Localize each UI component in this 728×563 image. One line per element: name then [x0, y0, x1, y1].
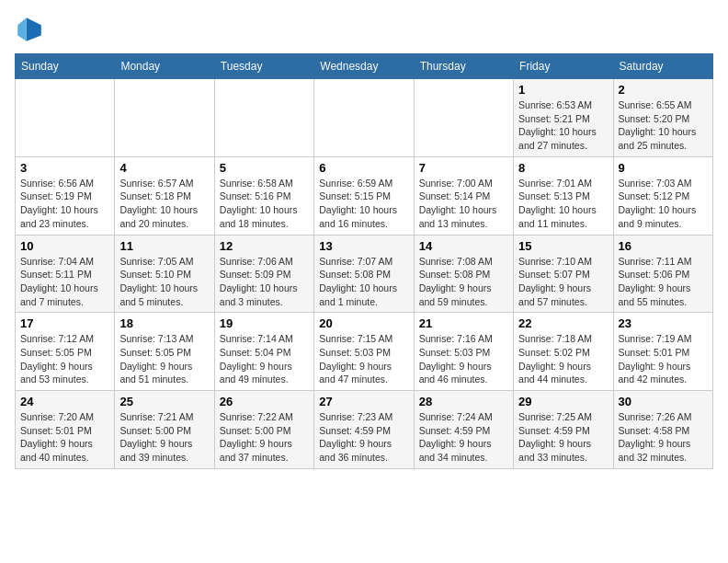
calendar-week-4: 24Sunrise: 7:20 AM Sunset: 5:01 PM Dayli… — [16, 391, 713, 469]
day-info: Sunrise: 7:07 AM Sunset: 5:08 PM Dayligh… — [319, 255, 408, 309]
day-number: 28 — [419, 395, 508, 408]
day-number: 20 — [319, 316, 408, 330]
day-info: Sunrise: 7:18 AM Sunset: 5:02 PM Dayligh… — [518, 332, 608, 386]
calendar-cell: 15Sunrise: 7:10 AM Sunset: 5:07 PM Dayli… — [514, 235, 613, 313]
day-number: 21 — [419, 316, 508, 330]
day-info: Sunrise: 7:15 AM Sunset: 5:03 PM Dayligh… — [319, 332, 408, 386]
day-info: Sunrise: 7:05 AM Sunset: 5:10 PM Dayligh… — [119, 255, 209, 309]
day-number: 6 — [319, 161, 408, 175]
day-info: Sunrise: 6:56 AM Sunset: 5:19 PM Dayligh… — [20, 177, 109, 231]
day-number: 8 — [518, 161, 608, 175]
calendar-cell — [214, 79, 313, 157]
weekday-header-tuesday: Tuesday — [214, 54, 313, 79]
calendar-cell: 21Sunrise: 7:16 AM Sunset: 5:03 PM Dayli… — [414, 313, 513, 391]
calendar-cell: 28Sunrise: 7:24 AM Sunset: 4:59 PM Dayli… — [414, 391, 513, 469]
calendar-cell: 8Sunrise: 7:01 AM Sunset: 5:13 PM Daylig… — [514, 156, 613, 235]
day-info: Sunrise: 6:59 AM Sunset: 5:15 PM Dayligh… — [319, 177, 408, 231]
svg-marker-1 — [17, 17, 27, 41]
calendar-cell: 7Sunrise: 7:00 AM Sunset: 5:14 PM Daylig… — [414, 156, 513, 235]
day-number: 7 — [419, 161, 508, 175]
calendar-cell: 22Sunrise: 7:18 AM Sunset: 5:02 PM Dayli… — [514, 313, 613, 391]
day-info: Sunrise: 7:26 AM Sunset: 4:58 PM Dayligh… — [619, 410, 708, 465]
day-info: Sunrise: 7:14 AM Sunset: 5:04 PM Dayligh… — [220, 332, 309, 386]
calendar-cell: 14Sunrise: 7:08 AM Sunset: 5:08 PM Dayli… — [414, 235, 513, 313]
day-number: 18 — [119, 316, 209, 330]
day-info: Sunrise: 7:20 AM Sunset: 5:01 PM Dayligh… — [20, 410, 109, 465]
day-info: Sunrise: 7:12 AM Sunset: 5:05 PM Dayligh… — [20, 332, 109, 386]
day-number: 19 — [220, 316, 309, 330]
day-number: 5 — [220, 161, 309, 175]
calendar-cell: 6Sunrise: 6:59 AM Sunset: 5:15 PM Daylig… — [314, 156, 414, 235]
logo — [15, 15, 48, 44]
day-number: 4 — [119, 161, 209, 175]
day-number: 23 — [619, 316, 708, 330]
calendar-cell: 20Sunrise: 7:15 AM Sunset: 5:03 PM Dayli… — [314, 313, 414, 391]
day-number: 12 — [220, 239, 309, 253]
calendar-cell: 1Sunrise: 6:53 AM Sunset: 5:21 PM Daylig… — [514, 79, 613, 157]
day-info: Sunrise: 7:16 AM Sunset: 5:03 PM Dayligh… — [419, 332, 508, 386]
header — [15, 15, 713, 44]
day-number: 15 — [518, 239, 608, 253]
calendar-cell: 10Sunrise: 7:04 AM Sunset: 5:11 PM Dayli… — [16, 235, 115, 313]
logo-icon — [15, 15, 44, 44]
day-info: Sunrise: 7:04 AM Sunset: 5:11 PM Dayligh… — [20, 255, 109, 309]
calendar-cell: 9Sunrise: 7:03 AM Sunset: 5:12 PM Daylig… — [613, 156, 712, 235]
calendar-cell: 24Sunrise: 7:20 AM Sunset: 5:01 PM Dayli… — [16, 391, 115, 469]
day-number: 26 — [220, 395, 309, 408]
calendar-cell — [16, 79, 115, 157]
day-number: 10 — [20, 239, 109, 253]
weekday-header-monday: Monday — [115, 54, 214, 79]
day-number: 3 — [20, 161, 109, 175]
day-number: 1 — [518, 83, 608, 97]
calendar-body: 1Sunrise: 6:53 AM Sunset: 5:21 PM Daylig… — [16, 79, 713, 469]
day-info: Sunrise: 7:13 AM Sunset: 5:05 PM Dayligh… — [119, 332, 209, 386]
calendar-week-0: 1Sunrise: 6:53 AM Sunset: 5:21 PM Daylig… — [16, 79, 713, 157]
day-info: Sunrise: 7:11 AM Sunset: 5:06 PM Dayligh… — [619, 255, 708, 309]
calendar-cell — [115, 79, 214, 157]
day-info: Sunrise: 7:24 AM Sunset: 4:59 PM Dayligh… — [419, 410, 508, 465]
calendar-week-3: 17Sunrise: 7:12 AM Sunset: 5:05 PM Dayli… — [16, 313, 713, 391]
calendar-cell: 18Sunrise: 7:13 AM Sunset: 5:05 PM Dayli… — [115, 313, 214, 391]
weekday-row: SundayMondayTuesdayWednesdayThursdayFrid… — [16, 54, 713, 79]
day-info: Sunrise: 7:25 AM Sunset: 4:59 PM Dayligh… — [518, 410, 608, 465]
calendar-cell: 12Sunrise: 7:06 AM Sunset: 5:09 PM Dayli… — [214, 235, 313, 313]
day-info: Sunrise: 6:58 AM Sunset: 5:16 PM Dayligh… — [220, 177, 309, 231]
day-info: Sunrise: 7:03 AM Sunset: 5:12 PM Dayligh… — [619, 177, 708, 231]
day-number: 13 — [319, 239, 408, 253]
day-number: 25 — [119, 395, 209, 408]
weekday-header-thursday: Thursday — [414, 54, 513, 79]
calendar-cell — [414, 79, 513, 157]
calendar-week-1: 3Sunrise: 6:56 AM Sunset: 5:19 PM Daylig… — [16, 156, 713, 235]
calendar-cell: 5Sunrise: 6:58 AM Sunset: 5:16 PM Daylig… — [214, 156, 313, 235]
day-info: Sunrise: 7:21 AM Sunset: 5:00 PM Dayligh… — [119, 410, 209, 465]
weekday-header-saturday: Saturday — [613, 54, 712, 79]
day-info: Sunrise: 7:19 AM Sunset: 5:01 PM Dayligh… — [619, 332, 708, 386]
calendar-cell: 3Sunrise: 6:56 AM Sunset: 5:19 PM Daylig… — [16, 156, 115, 235]
day-number: 14 — [419, 239, 508, 253]
calendar-table: SundayMondayTuesdayWednesdayThursdayFrid… — [15, 53, 713, 469]
calendar-week-2: 10Sunrise: 7:04 AM Sunset: 5:11 PM Dayli… — [16, 235, 713, 313]
day-number: 16 — [619, 239, 708, 253]
calendar-cell: 19Sunrise: 7:14 AM Sunset: 5:04 PM Dayli… — [214, 313, 313, 391]
day-info: Sunrise: 7:06 AM Sunset: 5:09 PM Dayligh… — [220, 255, 309, 309]
calendar-cell: 17Sunrise: 7:12 AM Sunset: 5:05 PM Dayli… — [16, 313, 115, 391]
day-number: 27 — [319, 395, 408, 408]
calendar-cell — [314, 79, 414, 157]
day-number: 30 — [619, 395, 708, 408]
calendar-cell: 27Sunrise: 7:23 AM Sunset: 4:59 PM Dayli… — [314, 391, 414, 469]
calendar-cell: 29Sunrise: 7:25 AM Sunset: 4:59 PM Dayli… — [514, 391, 613, 469]
day-info: Sunrise: 7:08 AM Sunset: 5:08 PM Dayligh… — [419, 255, 508, 309]
weekday-header-friday: Friday — [514, 54, 613, 79]
day-number: 11 — [119, 239, 209, 253]
calendar-cell: 26Sunrise: 7:22 AM Sunset: 5:00 PM Dayli… — [214, 391, 313, 469]
calendar-cell: 25Sunrise: 7:21 AM Sunset: 5:00 PM Dayli… — [115, 391, 214, 469]
weekday-header-wednesday: Wednesday — [314, 54, 414, 79]
calendar-cell: 23Sunrise: 7:19 AM Sunset: 5:01 PM Dayli… — [613, 313, 712, 391]
day-info: Sunrise: 7:10 AM Sunset: 5:07 PM Dayligh… — [518, 255, 608, 309]
calendar-cell: 16Sunrise: 7:11 AM Sunset: 5:06 PM Dayli… — [613, 235, 712, 313]
calendar-header: SundayMondayTuesdayWednesdayThursdayFrid… — [16, 54, 713, 79]
day-info: Sunrise: 7:23 AM Sunset: 4:59 PM Dayligh… — [319, 410, 408, 465]
calendar-cell: 11Sunrise: 7:05 AM Sunset: 5:10 PM Dayli… — [115, 235, 214, 313]
day-info: Sunrise: 6:55 AM Sunset: 5:20 PM Dayligh… — [619, 98, 708, 153]
calendar-cell: 2Sunrise: 6:55 AM Sunset: 5:20 PM Daylig… — [613, 79, 712, 157]
